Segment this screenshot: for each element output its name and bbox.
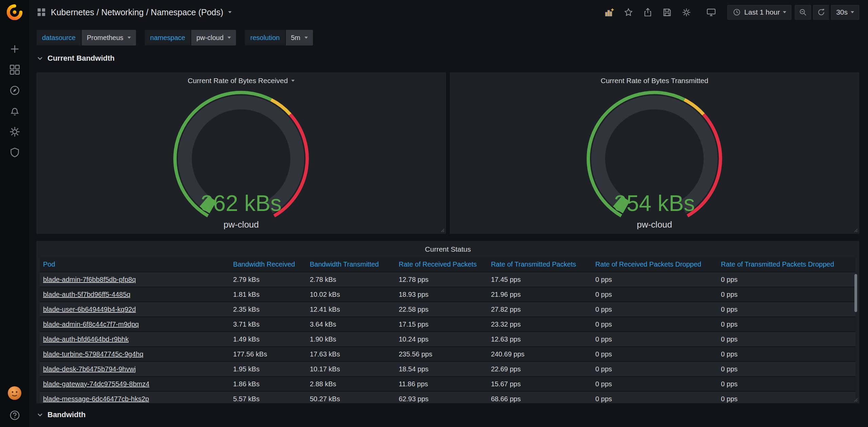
value-cell: 12.78 pps [395, 272, 488, 287]
column-header[interactable]: Rate of Transmitted Packets [488, 257, 592, 272]
value-cell: 3.71 kBs [230, 317, 307, 332]
value-cell: 1.86 kBs [230, 376, 307, 391]
pod-link[interactable]: blade-auth-bfd6464bd-r9bhk [43, 335, 129, 343]
panel-resize-handle[interactable] [852, 396, 858, 402]
variable-value: pw-cloud [196, 34, 223, 42]
gauge-series-label: pw-cloud [37, 219, 446, 230]
avatar-icon [7, 386, 22, 400]
current-status-panel: Current Status PodBandwidth ReceivedBand… [37, 241, 859, 403]
value-cell: 0 pps [717, 376, 855, 391]
column-header[interactable]: Rate of Received Packets [395, 257, 488, 272]
table-row: blade-admin-7f6bb8f5db-pfp8q2.79 kBs2.78… [40, 272, 855, 287]
value-cell: 22.58 pps [395, 302, 488, 317]
section-title: Current Bandwidth [47, 54, 115, 63]
sidebar-item-alerting[interactable] [9, 105, 20, 117]
navbar: Kubernetes / Networking / Namespace (Pod… [29, 0, 868, 24]
pod-link[interactable]: blade-turbine-579847745c-9g4hq [43, 350, 143, 358]
pod-link[interactable]: blade-gateway-74dc975549-8bmz4 [43, 380, 150, 388]
value-cell: 27.82 pps [488, 302, 592, 317]
pod-link[interactable]: blade-admin-6f8c44c7f7-m9dpq [43, 321, 139, 328]
value-cell: 3.64 kBs [307, 317, 395, 332]
section-bandwidth[interactable]: Bandwidth [37, 407, 859, 422]
pod-cell: blade-gateway-74dc975549-8bmz4 [40, 376, 230, 391]
pod-link[interactable]: blade-message-6dc46477cb-hks2p [43, 395, 149, 403]
value-cell: 10.02 kBs [307, 287, 395, 302]
dashboard: datasource Prometheus namespace pw-cloud… [29, 24, 868, 422]
value-cell: 1.90 kBs [307, 332, 395, 347]
variable-label: namespace [145, 30, 191, 45]
variable-value: 5m [291, 34, 300, 42]
variable-value-dropdown[interactable]: 5m [286, 30, 313, 45]
panel-header[interactable]: Current Rate of Bytes Transmitted [450, 73, 859, 89]
pod-link[interactable]: blade-admin-7f6bb8f5db-pfp8q [43, 276, 136, 283]
table-scrollbar[interactable] [854, 274, 857, 312]
table-row: blade-auth-bfd6464bd-r9bhk1.49 kBs1.90 k… [40, 332, 855, 347]
star-button[interactable] [620, 5, 637, 20]
sidebar-item-explore[interactable] [9, 85, 20, 96]
value-cell: 23.32 pps [488, 317, 592, 332]
variable-value: Prometheus [87, 34, 123, 42]
grafana-logo[interactable] [6, 3, 23, 22]
section-current-bandwidth[interactable]: Current Bandwidth [37, 51, 859, 66]
sidebar-item-server-admin[interactable] [9, 147, 20, 158]
dashboards-icon [9, 64, 20, 75]
chevron-down-icon [37, 411, 43, 418]
navbar-actions: Last 1 hour 30s [600, 5, 859, 20]
table-body: blade-admin-7f6bb8f5db-pfp8q2.79 kBs2.78… [40, 272, 855, 403]
time-range-picker[interactable]: Last 1 hour [727, 5, 791, 20]
value-cell: 0 pps [717, 391, 855, 403]
save-icon [662, 7, 672, 17]
value-cell: 17.63 kBs [307, 347, 395, 362]
user-avatar[interactable] [7, 386, 22, 402]
cycle-view-button[interactable] [703, 5, 720, 20]
pod-link[interactable]: blade-user-6b649449b4-kq92d [43, 306, 136, 313]
dashboard-settings-button[interactable] [678, 5, 695, 20]
gear-icon [9, 126, 20, 137]
sidebar-item-create[interactable] [9, 43, 20, 55]
help-button[interactable] [9, 410, 20, 421]
gauge-value: 354 kBs [450, 190, 859, 216]
refresh-button[interactable] [813, 5, 829, 20]
pod-link[interactable]: blade-desk-7b6475b794-9hvwj [43, 365, 136, 373]
variable-value-dropdown[interactable]: pw-cloud [191, 30, 236, 45]
save-button[interactable] [658, 5, 676, 20]
sidebar-item-dashboards[interactable] [9, 64, 20, 75]
variable-value-dropdown[interactable]: Prometheus [82, 30, 136, 45]
panel-resize-handle[interactable] [438, 226, 445, 232]
column-header[interactable]: Bandwidth Transmitted [307, 257, 395, 272]
refresh-interval-dropdown[interactable]: 30s [831, 5, 859, 20]
sidebar [0, 0, 29, 427]
clock-icon [732, 8, 741, 17]
main-area: Kubernetes / Networking / Namespace (Pod… [29, 0, 868, 422]
add-panel-button[interactable] [600, 5, 618, 20]
value-cell: 0 pps [717, 287, 855, 302]
page-title: Kubernetes / Networking / Namespace (Pod… [51, 7, 223, 17]
column-header[interactable]: Rate of Received Packets Dropped [592, 257, 718, 272]
pod-link[interactable]: blade-auth-5f7bd96ff5-4485q [43, 291, 131, 298]
column-header[interactable]: Bandwidth Received [230, 257, 307, 272]
variable-resolution: resolution 5m [245, 30, 313, 45]
panel-resize-handle[interactable] [852, 226, 858, 232]
sidebar-item-configuration[interactable] [9, 126, 20, 137]
value-cell: 0 pps [592, 347, 718, 362]
panel-header[interactable]: Current Status [37, 241, 859, 257]
value-cell: 10.24 pps [395, 332, 488, 347]
zoom-out-button[interactable] [795, 5, 811, 20]
value-cell: 18.93 pps [395, 287, 488, 302]
value-cell: 0 pps [592, 287, 718, 302]
column-header[interactable]: Pod [40, 257, 230, 272]
grafana-logo-icon [6, 3, 23, 21]
chevron-down-icon [304, 37, 308, 39]
column-header[interactable]: Rate of Transmitted Packets Dropped [717, 257, 855, 272]
value-cell: 2.79 kBs [230, 272, 307, 287]
share-button[interactable] [639, 5, 656, 20]
value-cell: 68.66 pps [488, 391, 592, 403]
dashboard-title-button[interactable]: Kubernetes / Networking / Namespace (Pod… [37, 7, 232, 17]
value-cell: 2.88 kBs [307, 376, 395, 391]
value-cell: 0 pps [717, 302, 855, 317]
panel-header[interactable]: Current Rate of Bytes Received [37, 73, 446, 89]
panel-menu-caret-icon [291, 80, 295, 82]
table-row: blade-user-6b649449b4-kq92d2.35 kBs12.41… [40, 302, 855, 317]
value-cell: 1.95 kBs [230, 362, 307, 376]
section-title: Bandwidth [47, 410, 85, 419]
